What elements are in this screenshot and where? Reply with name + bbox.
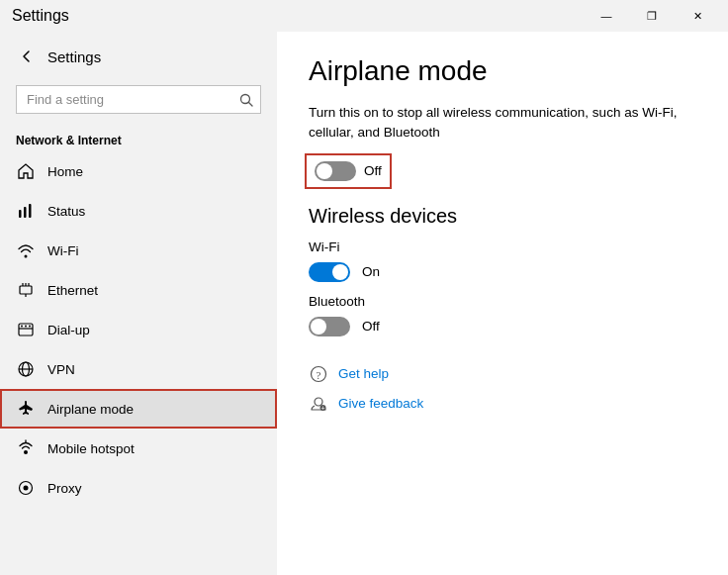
sidebar-item-hotspot[interactable]: Mobile hotspot xyxy=(0,429,277,468)
sidebar-item-proxy[interactable]: Proxy xyxy=(0,468,277,508)
sidebar-item-dialup-label: Dial-up xyxy=(47,323,90,337)
sidebar-item-hotspot-label: Mobile hotspot xyxy=(47,441,135,456)
wifi-toggle-label: On xyxy=(362,264,380,279)
hotspot-icon xyxy=(16,438,36,458)
sidebar-item-dialup[interactable]: Dial-up xyxy=(0,310,277,349)
get-help-link[interactable]: Get help xyxy=(338,366,389,381)
wifi-icon xyxy=(16,240,36,260)
vpn-icon xyxy=(16,359,36,379)
give-feedback-row: + Give feedback xyxy=(309,394,696,414)
titlebar-controls: — ❐ ✕ xyxy=(584,0,720,32)
sidebar-item-status-label: Status xyxy=(47,204,85,219)
maximize-button[interactable]: ❐ xyxy=(629,0,675,32)
sidebar-section-label: Network & Internet xyxy=(0,126,277,151)
sidebar-header: Settings xyxy=(0,32,277,81)
home-icon xyxy=(16,161,36,181)
minimize-button[interactable]: — xyxy=(584,0,629,32)
sidebar-app-title: Settings xyxy=(47,48,101,65)
airplane-icon xyxy=(16,399,36,419)
svg-point-13 xyxy=(25,326,27,328)
sidebar-item-status[interactable]: Status xyxy=(0,191,277,231)
bluetooth-toggle-row: Off xyxy=(309,317,696,336)
sidebar-item-home-label: Home xyxy=(47,164,83,179)
dialup-icon xyxy=(16,320,36,339)
svg-rect-3 xyxy=(24,207,27,218)
sidebar-search xyxy=(16,85,261,114)
airplane-toggle-thumb xyxy=(317,163,332,179)
wifi-label: Wi-Fi xyxy=(309,240,696,254)
bluetooth-label: Bluetooth xyxy=(309,294,696,309)
svg-point-12 xyxy=(21,326,23,328)
bluetooth-toggle-label: Off xyxy=(362,319,380,334)
airplane-toggle[interactable] xyxy=(315,161,356,181)
help-icon: ? xyxy=(309,364,328,384)
get-help-row: ? Get help xyxy=(309,364,696,384)
search-icon[interactable] xyxy=(239,93,253,107)
svg-text:?: ? xyxy=(317,368,321,380)
airplane-toggle-label: Off xyxy=(364,163,382,178)
titlebar-title: Settings xyxy=(12,7,69,25)
svg-rect-4 xyxy=(29,204,32,218)
main-layout: Settings Network & Internet Home xyxy=(0,32,728,575)
sidebar-item-home[interactable]: Home xyxy=(0,151,277,191)
feedback-icon: + xyxy=(309,394,328,414)
sidebar-item-airplane-label: Airplane mode xyxy=(47,402,134,417)
sidebar-item-ethernet[interactable]: Ethernet xyxy=(0,270,277,310)
sidebar-item-wifi-label: Wi-Fi xyxy=(47,243,78,258)
sidebar-item-airplane[interactable]: Airplane mode xyxy=(0,389,277,429)
status-icon xyxy=(16,201,36,221)
sidebar-item-wifi[interactable]: Wi-Fi xyxy=(0,231,277,270)
sidebar-item-vpn[interactable]: VPN xyxy=(0,349,277,389)
page-description: Turn this on to stop all wireless commun… xyxy=(309,103,696,144)
wireless-section-heading: Wireless devices xyxy=(309,205,696,228)
svg-point-14 xyxy=(29,326,31,328)
proxy-icon xyxy=(16,478,36,498)
wifi-toggle-row: On xyxy=(309,262,696,282)
airplane-toggle-wrapper: Off xyxy=(309,157,388,185)
wifi-toggle-thumb xyxy=(332,264,348,280)
close-button[interactable]: ✕ xyxy=(675,0,720,32)
sidebar: Settings Network & Internet Home xyxy=(0,32,277,575)
svg-rect-2 xyxy=(19,210,22,218)
svg-line-1 xyxy=(249,102,253,106)
svg-text:+: + xyxy=(320,404,324,411)
give-feedback-link[interactable]: Give feedback xyxy=(338,396,423,411)
search-input[interactable] xyxy=(16,85,261,114)
page-title: Airplane mode xyxy=(309,55,696,87)
bluetooth-toggle[interactable] xyxy=(309,317,350,336)
bluetooth-toggle-thumb xyxy=(311,319,326,335)
content-area: Airplane mode Turn this on to stop all w… xyxy=(277,32,728,575)
ethernet-icon xyxy=(16,280,36,300)
titlebar-left: Settings xyxy=(12,7,69,25)
svg-point-20 xyxy=(24,486,29,491)
wifi-toggle[interactable] xyxy=(309,262,350,282)
sidebar-item-proxy-label: Proxy xyxy=(47,481,82,496)
sidebar-item-ethernet-label: Ethernet xyxy=(47,283,98,298)
back-button[interactable] xyxy=(16,46,38,67)
titlebar: Settings — ❐ ✕ xyxy=(0,0,728,32)
svg-rect-5 xyxy=(20,286,32,294)
sidebar-item-vpn-label: VPN xyxy=(47,362,75,377)
